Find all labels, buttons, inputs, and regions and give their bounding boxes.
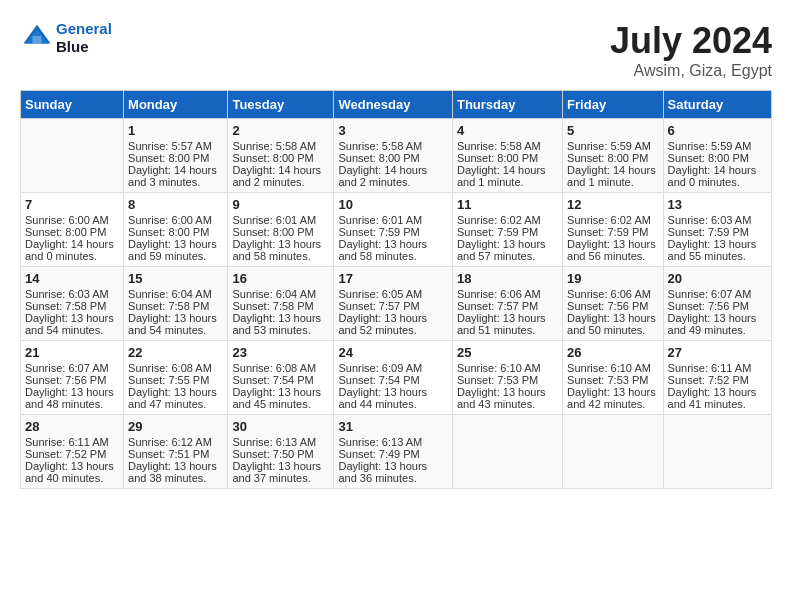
sunrise-text: Sunrise: 6:11 AM [668, 362, 752, 374]
calendar-cell: 19 Sunrise: 6:06 AM Sunset: 7:56 PM Dayl… [563, 267, 663, 341]
sunset-text: Sunset: 7:50 PM [232, 448, 313, 460]
calendar-cell: 14 Sunrise: 6:03 AM Sunset: 7:58 PM Dayl… [21, 267, 124, 341]
calendar-cell: 30 Sunrise: 6:13 AM Sunset: 7:50 PM Dayl… [228, 415, 334, 489]
daylight-text: Daylight: 14 hours and 1 minute. [457, 164, 546, 188]
sunset-text: Sunset: 7:55 PM [128, 374, 209, 386]
sunset-text: Sunset: 7:59 PM [457, 226, 538, 238]
calendar-cell: 5 Sunrise: 5:59 AM Sunset: 8:00 PM Dayli… [563, 119, 663, 193]
day-number: 25 [457, 345, 558, 360]
calendar-cell: 6 Sunrise: 5:59 AM Sunset: 8:00 PM Dayli… [663, 119, 771, 193]
calendar-cell: 1 Sunrise: 5:57 AM Sunset: 8:00 PM Dayli… [124, 119, 228, 193]
calendar-cell: 24 Sunrise: 6:09 AM Sunset: 7:54 PM Dayl… [334, 341, 453, 415]
sunset-text: Sunset: 8:00 PM [668, 152, 749, 164]
daylight-text: Daylight: 13 hours and 53 minutes. [232, 312, 321, 336]
calendar-cell: 16 Sunrise: 6:04 AM Sunset: 7:58 PM Dayl… [228, 267, 334, 341]
day-number: 8 [128, 197, 223, 212]
day-number: 14 [25, 271, 119, 286]
sunset-text: Sunset: 7:59 PM [668, 226, 749, 238]
sunset-text: Sunset: 8:00 PM [457, 152, 538, 164]
sunset-text: Sunset: 8:00 PM [338, 152, 419, 164]
daylight-text: Daylight: 13 hours and 41 minutes. [668, 386, 757, 410]
day-number: 10 [338, 197, 448, 212]
calendar-header-row: SundayMondayTuesdayWednesdayThursdayFrid… [21, 91, 772, 119]
sunrise-text: Sunrise: 5:58 AM [338, 140, 422, 152]
sunrise-text: Sunrise: 6:06 AM [567, 288, 651, 300]
day-number: 19 [567, 271, 658, 286]
sunrise-text: Sunrise: 5:59 AM [668, 140, 752, 152]
logo-icon [22, 21, 52, 51]
sunset-text: Sunset: 7:59 PM [567, 226, 648, 238]
day-number: 12 [567, 197, 658, 212]
calendar-cell: 28 Sunrise: 6:11 AM Sunset: 7:52 PM Dayl… [21, 415, 124, 489]
calendar-cell: 23 Sunrise: 6:08 AM Sunset: 7:54 PM Dayl… [228, 341, 334, 415]
sunrise-text: Sunrise: 6:02 AM [457, 214, 541, 226]
header-day-monday: Monday [124, 91, 228, 119]
calendar-cell: 15 Sunrise: 6:04 AM Sunset: 7:58 PM Dayl… [124, 267, 228, 341]
daylight-text: Daylight: 13 hours and 50 minutes. [567, 312, 656, 336]
calendar-cell [21, 119, 124, 193]
daylight-text: Daylight: 14 hours and 3 minutes. [128, 164, 217, 188]
subtitle: Awsim, Giza, Egypt [610, 62, 772, 80]
day-number: 6 [668, 123, 767, 138]
day-number: 21 [25, 345, 119, 360]
sunrise-text: Sunrise: 5:58 AM [457, 140, 541, 152]
daylight-text: Daylight: 13 hours and 48 minutes. [25, 386, 114, 410]
daylight-text: Daylight: 13 hours and 55 minutes. [668, 238, 757, 262]
sunset-text: Sunset: 7:57 PM [457, 300, 538, 312]
day-number: 3 [338, 123, 448, 138]
sunrise-text: Sunrise: 5:59 AM [567, 140, 651, 152]
day-number: 1 [128, 123, 223, 138]
daylight-text: Daylight: 13 hours and 49 minutes. [668, 312, 757, 336]
daylight-text: Daylight: 14 hours and 0 minutes. [25, 238, 114, 262]
logo-text-blue: Blue [56, 38, 89, 55]
sunset-text: Sunset: 7:51 PM [128, 448, 209, 460]
daylight-text: Daylight: 13 hours and 36 minutes. [338, 460, 427, 484]
daylight-text: Daylight: 13 hours and 58 minutes. [232, 238, 321, 262]
header-day-sunday: Sunday [21, 91, 124, 119]
day-number: 9 [232, 197, 329, 212]
daylight-text: Daylight: 13 hours and 57 minutes. [457, 238, 546, 262]
sunset-text: Sunset: 7:52 PM [668, 374, 749, 386]
day-number: 20 [668, 271, 767, 286]
sunrise-text: Sunrise: 6:07 AM [25, 362, 109, 374]
calendar-cell: 21 Sunrise: 6:07 AM Sunset: 7:56 PM Dayl… [21, 341, 124, 415]
day-number: 28 [25, 419, 119, 434]
calendar-cell: 9 Sunrise: 6:01 AM Sunset: 8:00 PM Dayli… [228, 193, 334, 267]
calendar-cell: 11 Sunrise: 6:02 AM Sunset: 7:59 PM Dayl… [452, 193, 562, 267]
calendar-cell: 12 Sunrise: 6:02 AM Sunset: 7:59 PM Dayl… [563, 193, 663, 267]
day-number: 17 [338, 271, 448, 286]
sunset-text: Sunset: 8:00 PM [25, 226, 106, 238]
day-number: 22 [128, 345, 223, 360]
sunset-text: Sunset: 7:59 PM [338, 226, 419, 238]
sunset-text: Sunset: 7:58 PM [128, 300, 209, 312]
day-number: 30 [232, 419, 329, 434]
day-number: 26 [567, 345, 658, 360]
calendar-cell [452, 415, 562, 489]
daylight-text: Daylight: 13 hours and 52 minutes. [338, 312, 427, 336]
day-number: 31 [338, 419, 448, 434]
week-row-5: 28 Sunrise: 6:11 AM Sunset: 7:52 PM Dayl… [21, 415, 772, 489]
sunrise-text: Sunrise: 6:10 AM [567, 362, 651, 374]
daylight-text: Daylight: 13 hours and 42 minutes. [567, 386, 656, 410]
calendar-cell: 3 Sunrise: 5:58 AM Sunset: 8:00 PM Dayli… [334, 119, 453, 193]
calendar-cell: 8 Sunrise: 6:00 AM Sunset: 8:00 PM Dayli… [124, 193, 228, 267]
calendar-cell: 2 Sunrise: 5:58 AM Sunset: 8:00 PM Dayli… [228, 119, 334, 193]
sunset-text: Sunset: 7:58 PM [232, 300, 313, 312]
day-number: 4 [457, 123, 558, 138]
daylight-text: Daylight: 13 hours and 40 minutes. [25, 460, 114, 484]
sunset-text: Sunset: 8:00 PM [128, 152, 209, 164]
calendar-cell: 25 Sunrise: 6:10 AM Sunset: 7:53 PM Dayl… [452, 341, 562, 415]
daylight-text: Daylight: 13 hours and 54 minutes. [128, 312, 217, 336]
header-day-friday: Friday [563, 91, 663, 119]
sunrise-text: Sunrise: 5:57 AM [128, 140, 212, 152]
calendar-cell: 20 Sunrise: 6:07 AM Sunset: 7:56 PM Dayl… [663, 267, 771, 341]
calendar-cell: 29 Sunrise: 6:12 AM Sunset: 7:51 PM Dayl… [124, 415, 228, 489]
logo-text-general: General [56, 20, 112, 37]
logo: General Blue [20, 20, 112, 56]
daylight-text: Daylight: 13 hours and 51 minutes. [457, 312, 546, 336]
sunrise-text: Sunrise: 6:05 AM [338, 288, 422, 300]
sunrise-text: Sunrise: 6:11 AM [25, 436, 109, 448]
week-row-3: 14 Sunrise: 6:03 AM Sunset: 7:58 PM Dayl… [21, 267, 772, 341]
daylight-text: Daylight: 13 hours and 44 minutes. [338, 386, 427, 410]
sunrise-text: Sunrise: 6:06 AM [457, 288, 541, 300]
